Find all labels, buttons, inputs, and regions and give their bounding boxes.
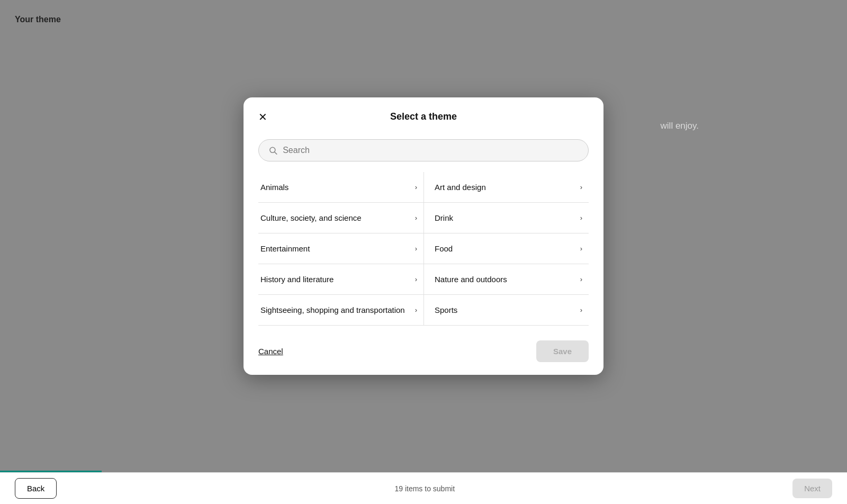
modal: ✕ Select a theme Animals: [244, 97, 603, 375]
chevron-icon: ›: [580, 214, 582, 222]
category-item-art-design[interactable]: Art and design ›: [424, 172, 589, 203]
category-label: History and literature: [260, 275, 334, 284]
back-button[interactable]: Back: [15, 478, 57, 499]
cancel-button[interactable]: Cancel: [258, 347, 283, 356]
category-label: Sightseeing, shopping and transportation: [260, 305, 405, 314]
category-label: Art and design: [435, 183, 486, 192]
category-label: Food: [435, 244, 453, 253]
modal-footer: Cancel Save: [244, 330, 603, 375]
category-label: Culture, society, and science: [260, 213, 362, 222]
category-item-food[interactable]: Food ›: [424, 233, 589, 264]
bottom-bar: Back 19 items to submit Next: [0, 472, 847, 504]
next-button[interactable]: Next: [792, 479, 832, 498]
category-item-sports[interactable]: Sports ›: [424, 295, 589, 326]
chevron-icon: ›: [580, 306, 582, 314]
category-item-nature[interactable]: Nature and outdoors ›: [424, 264, 589, 295]
chevron-icon: ›: [415, 183, 417, 191]
save-button[interactable]: Save: [536, 340, 589, 362]
chevron-icon: ›: [415, 275, 417, 283]
modal-header: ✕ Select a theme: [244, 97, 603, 131]
search-input[interactable]: [283, 146, 579, 155]
category-item-history[interactable]: History and literature ›: [258, 264, 424, 295]
category-label: Entertainment: [260, 244, 310, 253]
category-label: Drink: [435, 213, 453, 222]
search-icon: [268, 146, 277, 155]
chevron-icon: ›: [580, 245, 582, 253]
category-label: Nature and outdoors: [435, 275, 507, 284]
categories-grid: Animals › Art and design › Culture, soci…: [258, 172, 589, 326]
category-label: Sports: [435, 305, 457, 314]
chevron-icon: ›: [415, 245, 417, 253]
close-button[interactable]: ✕: [256, 110, 269, 124]
svg-line-1: [275, 152, 277, 154]
modal-title: Select a theme: [390, 111, 457, 122]
items-count: 19 items to submit: [394, 484, 455, 493]
category-label: Animals: [260, 183, 289, 192]
search-input-wrapper: [258, 139, 589, 161]
category-item-culture[interactable]: Culture, society, and science ›: [258, 203, 424, 233]
chevron-icon: ›: [580, 183, 582, 191]
search-container: [258, 139, 589, 161]
category-item-animals[interactable]: Animals ›: [258, 172, 424, 203]
modal-backdrop: ✕ Select a theme Animals: [0, 0, 847, 472]
chevron-icon: ›: [415, 214, 417, 222]
modal-body: Animals › Art and design › Culture, soci…: [244, 131, 603, 326]
category-item-drink[interactable]: Drink ›: [424, 203, 589, 233]
chevron-icon: ›: [415, 306, 417, 314]
chevron-icon: ›: [580, 275, 582, 283]
category-item-sightseeing[interactable]: Sightseeing, shopping and transportation…: [258, 295, 424, 326]
category-item-entertainment[interactable]: Entertainment ›: [258, 233, 424, 264]
